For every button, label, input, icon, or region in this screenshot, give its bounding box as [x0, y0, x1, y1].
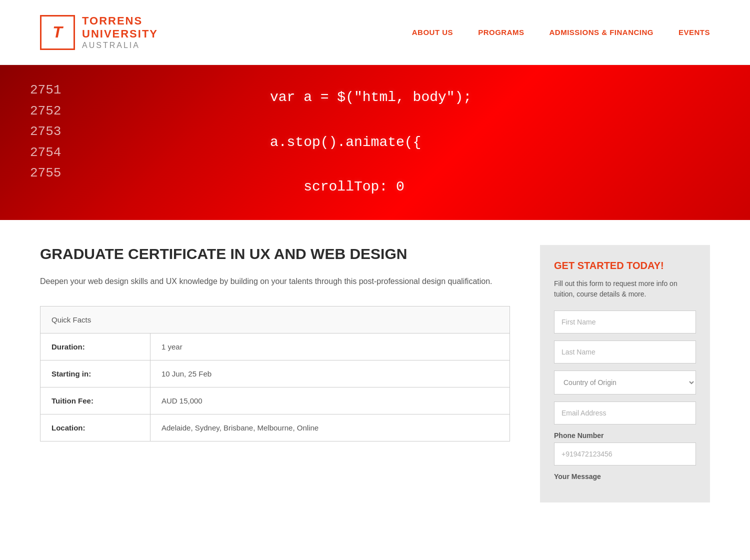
- main-content: GRADUATE CERTIFICATE IN UX AND WEB DESIG…: [0, 220, 750, 528]
- phone-label: Phone Number: [554, 432, 696, 440]
- table-row: Duration: 1 year: [40, 333, 510, 360]
- location-label: Location:: [40, 414, 150, 441]
- tuition-value: AUD 15,000: [150, 387, 510, 414]
- first-name-field: [554, 310, 696, 334]
- table-row: Starting in: 10 Jun, 25 Feb: [40, 360, 510, 387]
- logo-text: TORRENS UNIVERSITY AUSTRALIA: [82, 14, 158, 50]
- quick-facts-header: Quick Facts: [40, 306, 510, 333]
- main-nav: ABOUT US PROGRAMS ADMISSIONS & FINANCING…: [412, 28, 710, 36]
- nav-about[interactable]: ABOUT US: [412, 28, 453, 36]
- first-name-input[interactable]: [554, 310, 696, 334]
- email-input[interactable]: [554, 402, 696, 424]
- form-subtitle: Fill out this form to request more info …: [554, 278, 696, 300]
- course-title: GRADUATE CERTIFICATE IN UX AND WEB DESIG…: [40, 245, 510, 263]
- duration-value: 1 year: [150, 333, 510, 360]
- last-name-input[interactable]: [554, 340, 696, 364]
- contact-form-panel: GET STARTED TODAY! Fill out this form to…: [540, 245, 710, 502]
- logo-link[interactable]: T TORRENS UNIVERSITY AUSTRALIA: [40, 14, 158, 50]
- nav-events[interactable]: EVENTS: [678, 28, 710, 36]
- code-line-numbers: 27512752275327542755: [30, 80, 61, 184]
- country-field: Country of Origin Australia India China …: [554, 370, 696, 394]
- form-title: GET STARTED TODAY!: [554, 260, 696, 272]
- phone-input[interactable]: [554, 442, 696, 466]
- table-row: Tuition Fee: AUD 15,000: [40, 387, 510, 414]
- starting-value: 10 Jun, 25 Feb: [150, 360, 510, 387]
- site-header: T TORRENS UNIVERSITY AUSTRALIA ABOUT US …: [0, 0, 750, 65]
- hero-code-bg: 27512752275327542755 function" != typeof…: [0, 65, 750, 220]
- starting-label: Starting in:: [40, 360, 150, 387]
- logo-icon: T: [40, 15, 75, 50]
- duration-label: Duration:: [40, 333, 150, 360]
- last-name-field: [554, 340, 696, 364]
- nav-programs[interactable]: PROGRAMS: [478, 28, 524, 36]
- quick-facts-table: Quick Facts Duration: 1 year Starting in…: [40, 306, 510, 442]
- phone-field: Phone Number: [554, 432, 696, 466]
- nav-admissions[interactable]: ADMISSIONS & FINANCING: [549, 28, 654, 36]
- email-field: [554, 402, 696, 424]
- tuition-label: Tuition Fee:: [40, 387, 150, 414]
- table-row: Location: Adelaide, Sydney, Brisbane, Me…: [40, 414, 510, 441]
- course-description: Deepen your web design skills and UX kno…: [40, 275, 510, 288]
- hero-banner: 27512752275327542755 function" != typeof…: [0, 65, 750, 220]
- code-display: function" != typeof t var a = $("html, b…: [253, 65, 496, 220]
- message-field: Your Message: [554, 472, 696, 480]
- left-content: GRADUATE CERTIFICATE IN UX AND WEB DESIG…: [40, 245, 540, 442]
- message-label: Your Message: [554, 472, 696, 480]
- location-value: Adelaide, Sydney, Brisbane, Melbourne, O…: [150, 414, 510, 441]
- country-select[interactable]: Country of Origin Australia India China …: [554, 370, 696, 394]
